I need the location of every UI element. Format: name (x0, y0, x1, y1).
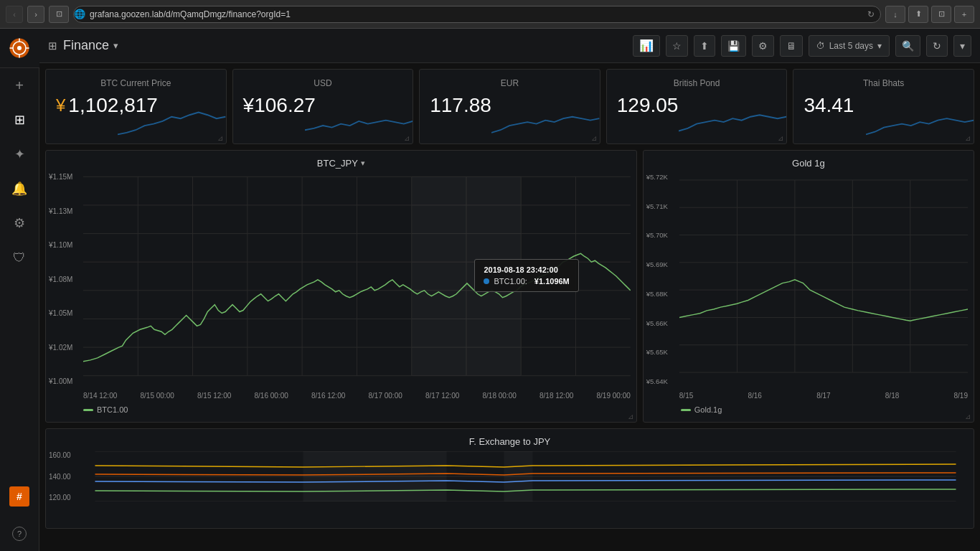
gold-chart-svg (679, 176, 968, 377)
save-dashboard-button[interactable]: 💾 (721, 35, 746, 57)
stat-panel-eur: EUR 117.88 ⊿ (419, 69, 600, 144)
stat-panel-title-eur: EUR (430, 78, 590, 88)
legend-item-btc[interactable]: BTC1.00 (83, 405, 128, 414)
thb-value-text: 34.41 (804, 94, 854, 117)
resize-handle-eur[interactable]: ⊿ (591, 134, 597, 142)
url-text: grafana.goozen.lab/d/mQamqDmgz/finance?o… (90, 9, 291, 19)
save-icon: 💾 (727, 40, 740, 52)
time-range-text: Last 5 days (829, 41, 873, 51)
gold-chart-title-text: Gold 1g (792, 158, 825, 169)
sidebar-item-add[interactable]: + (0, 68, 39, 103)
gold-chart-title: Gold 1g (644, 151, 974, 173)
avatar-icon: # (17, 491, 22, 502)
gold-x-0: 8/15 (679, 392, 693, 400)
gold-y-axis: ¥5.72K ¥5.71K ¥5.70K ¥5.69K ¥5.68K ¥5.66… (646, 173, 668, 385)
share-button[interactable]: ⬆ (908, 6, 928, 23)
svg-rect-40 (303, 451, 447, 501)
x-label-5: 8/17 00:00 (369, 392, 402, 400)
sidebar-item-dashboard[interactable]: ⊞ (0, 103, 39, 137)
y-label-4: ¥1.05M (49, 309, 72, 317)
window-button[interactable]: ⊡ (49, 6, 69, 23)
ex-y-0: 160.00 (49, 451, 71, 459)
gold-chart-legend: Gold.1g (644, 402, 974, 417)
star-button[interactable]: ☆ (666, 35, 688, 57)
kiosk-button[interactable]: 🖥 (780, 35, 803, 57)
gbp-sparkline (679, 99, 786, 143)
gbp-value-text: 129.05 (617, 94, 679, 117)
settings-button[interactable]: ⚙ (752, 35, 774, 57)
browser-right-buttons: ↓ ⬆ ⊡ + (885, 6, 974, 23)
grafana-container: + ⊞ ✦ 🔔 ⚙ 🛡 # ? (0, 29, 980, 551)
stat-panel-gbp: British Pond 129.05 ⊿ (606, 69, 788, 144)
gold-x-1: 8/16 (748, 392, 761, 400)
sidebar-item-settings[interactable]: ⚙ (0, 206, 39, 240)
more-button[interactable]: ▾ (953, 35, 971, 57)
sidebar-item-help[interactable]: ? (0, 517, 39, 551)
title-caret-icon: ▾ (113, 40, 118, 51)
gear-icon: ⚙ (14, 215, 25, 231)
thb-sparkline (866, 99, 974, 143)
sidebar: + ⊞ ✦ 🔔 ⚙ 🛡 # ? (0, 29, 39, 551)
y-label-6: ¥1.00M (49, 377, 72, 385)
stat-panel-title-gbp: British Pond (617, 78, 777, 88)
main-content: ⊞ Finance ▾ 📊 ☆ ⬆ 💾 ⚙ 🖥 (39, 29, 980, 551)
add-icon: + (15, 77, 24, 94)
btc-sparkline (118, 99, 225, 143)
forward-button[interactable]: › (27, 6, 44, 23)
y-label-5: ¥1.02M (49, 344, 72, 352)
browser-chrome: ‹ › ⊡ 🌐 grafana.goozen.lab/d/mQamqDmgz/f… (0, 0, 980, 29)
gold-y-5: ¥5.66K (646, 319, 668, 327)
add-panel-button[interactable]: 📊 (633, 35, 660, 57)
resize-handle-usd[interactable]: ⊿ (404, 134, 410, 142)
search-icon: 🔍 (902, 40, 914, 52)
download-button[interactable]: ↓ (885, 6, 905, 23)
address-bar[interactable]: 🌐 grafana.goozen.lab/d/mQamqDmgz/finance… (73, 6, 881, 23)
sidebar-avatar[interactable]: # (0, 482, 39, 517)
btc-chart-area: ¥1.15M ¥1.13M ¥1.10M ¥1.08M ¥1.05M ¥1.02… (46, 173, 636, 402)
help-icon: ? (12, 527, 27, 541)
usd-sparkline (305, 99, 413, 143)
grafana-logo[interactable] (0, 29, 39, 68)
resize-handle-thb[interactable]: ⊿ (965, 134, 971, 142)
time-caret-icon: ▾ (877, 41, 882, 51)
refresh-button[interactable]: ↻ (926, 35, 948, 57)
exchange-y-axis: 160.00 140.00 120.00 (49, 451, 71, 501)
gold-y-4: ¥5.68K (646, 290, 668, 298)
fullscreen-button[interactable]: ⊡ (931, 6, 951, 23)
explore-icon: ✦ (14, 146, 25, 162)
sidebar-item-explore[interactable]: ✦ (0, 137, 39, 171)
exchange-chart-area: 160.00 140.00 120.00 (46, 451, 974, 516)
reload-icon: ↻ (867, 9, 875, 19)
user-avatar: # (9, 486, 29, 507)
btc-y-axis: ¥1.15M ¥1.13M ¥1.10M ¥1.08M ¥1.05M ¥1.02… (49, 173, 72, 385)
time-range-button[interactable]: ⏱ Last 5 days ▾ (809, 35, 890, 57)
y-label-2: ¥1.10M (49, 241, 72, 249)
share-dashboard-button[interactable]: ⬆ (694, 35, 715, 57)
charts-row: BTC_JPY ▾ ¥1.15M ¥1.13M ¥1.10M ¥1.08M ¥1… (45, 150, 974, 423)
gold-y-2: ¥5.70K (646, 231, 668, 239)
btc-x-axis: 8/14 12:00 8/15 00:00 8/15 12:00 8/16 00… (83, 392, 631, 400)
shield-icon: 🛡 (13, 250, 26, 265)
legend-item-gold[interactable]: Gold.1g (681, 405, 722, 414)
share-icon: ⬆ (700, 40, 709, 52)
refresh-icon: ↻ (933, 40, 941, 52)
btc-chart-resize[interactable]: ⊿ (628, 413, 633, 420)
settings-icon: ⚙ (758, 40, 768, 52)
bell-icon: 🔔 (11, 181, 27, 197)
exchange-chart-title: F. Exchange to JPY (46, 429, 974, 451)
sidebar-item-shield[interactable]: 🛡 (0, 240, 39, 275)
resize-handle-gbp[interactable]: ⊿ (778, 134, 783, 142)
dashboard-icon: ⊞ (14, 112, 25, 128)
gold-x-3: 8/18 (885, 392, 899, 400)
gold-y-6: ¥5.65K (646, 348, 668, 356)
gold-x-axis: 8/15 8/16 8/17 8/18 8/19 (679, 392, 968, 400)
add-tab-button[interactable]: + (954, 6, 974, 23)
gold-chart-resize[interactable]: ⊿ (965, 413, 971, 420)
back-button[interactable]: ‹ (6, 6, 23, 23)
x-label-1: 8/15 00:00 (141, 392, 174, 400)
sidebar-item-alerting[interactable]: 🔔 (0, 171, 39, 206)
monitor-icon: 🖥 (786, 40, 796, 52)
resize-handle[interactable]: ⊿ (217, 134, 223, 142)
search-button[interactable]: 🔍 (895, 35, 920, 57)
ex-y-2: 120.00 (49, 494, 71, 501)
